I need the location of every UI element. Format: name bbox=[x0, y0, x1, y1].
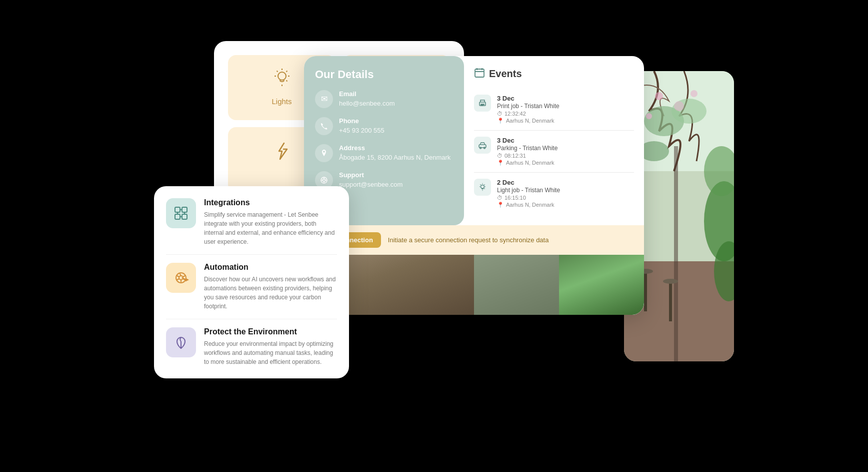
new-connection-bar[interactable]: New Connection Initiate a secure connect… bbox=[304, 225, 644, 255]
svg-point-60 bbox=[655, 92, 663, 100]
svg-point-62 bbox=[646, 113, 652, 119]
events-title: Events bbox=[489, 68, 522, 80]
light-job-icon bbox=[474, 179, 491, 196]
svg-point-29 bbox=[481, 185, 484, 188]
clock-icon-1: ⏱ bbox=[497, 111, 502, 117]
svg-line-36 bbox=[484, 184, 485, 185]
svg-rect-55 bbox=[674, 146, 678, 361]
svg-rect-19 bbox=[475, 69, 484, 77]
clock-icon-3: ⏱ bbox=[497, 195, 502, 201]
svg-line-6 bbox=[286, 80, 287, 81]
environment-content: Protect the Environment Reduce your envi… bbox=[204, 327, 337, 366]
new-connection-text: Initiate a secure connection request to … bbox=[381, 236, 549, 244]
email-value: hello@senbee.com bbox=[339, 100, 394, 107]
event-item-3: 2 Dec Light job - Tristan White ⏱ 16:15:… bbox=[474, 173, 634, 214]
email-item: ✉ Email hello@senbee.com bbox=[315, 90, 453, 108]
event-2-loc: Aarhus N, Denmark bbox=[506, 160, 554, 166]
svg-rect-39 bbox=[175, 214, 180, 219]
event-2-meta: ⏱ 08:12:31 bbox=[497, 153, 558, 159]
feature-automation: Automation Discover how our AI uncovers … bbox=[166, 255, 337, 319]
support-label: Support bbox=[339, 171, 402, 179]
event-3-loc: Aarhus N, Denmark bbox=[506, 202, 554, 208]
event-3-name: Light job - Tristan White bbox=[497, 187, 560, 194]
environment-desc: Reduce your environmental impact by opti… bbox=[204, 339, 337, 366]
location-icon-3: 📍 bbox=[497, 202, 504, 208]
photo-right bbox=[559, 255, 644, 315]
phone-text: Phone +45 93 200 555 bbox=[339, 117, 384, 135]
event-2-name: Parking - Tristan White bbox=[497, 145, 558, 152]
event-1-location: 📍 Aarhus N, Denmark bbox=[497, 118, 560, 124]
svg-point-63 bbox=[690, 90, 698, 97]
environment-icon-box bbox=[166, 327, 196, 357]
events-panel: Events 3 Dec Print job - Tris bbox=[464, 56, 644, 225]
svg-rect-58 bbox=[669, 281, 672, 321]
svg-rect-40 bbox=[182, 214, 187, 219]
email-text: Email hello@senbee.com bbox=[339, 90, 394, 108]
address-text: Address Åbogade 15, 8200 Aarhus N, Denma… bbox=[339, 144, 450, 162]
svg-point-14 bbox=[323, 179, 326, 181]
address-icon bbox=[315, 144, 333, 162]
event-2-location: 📍 Aarhus N, Denmark bbox=[497, 160, 558, 166]
email-icon: ✉ bbox=[315, 90, 333, 108]
event-1-name: Print job - Tristan White bbox=[497, 103, 560, 110]
svg-point-61 bbox=[674, 101, 684, 111]
lights-label: Lights bbox=[272, 97, 292, 106]
event-1-loc: Aarhus N, Denmark bbox=[506, 118, 554, 124]
event-1-time: 12:32:42 bbox=[504, 111, 526, 117]
event-3-time: 16:15:10 bbox=[504, 195, 526, 201]
event-1-info: 3 Dec Print job - Tristan White ⏱ 12:32:… bbox=[497, 95, 560, 124]
our-details-title: Our Details bbox=[315, 68, 453, 81]
support-value: support@senbee.com bbox=[339, 181, 402, 188]
svg-rect-24 bbox=[481, 104, 484, 105]
svg-rect-38 bbox=[182, 207, 187, 212]
details-events-card: Our Details ✉ Email hello@senbee.com bbox=[304, 56, 644, 315]
event-3-meta: ⏱ 16:15:10 bbox=[497, 195, 560, 201]
support-text: Support support@senbee.com bbox=[339, 171, 402, 189]
phone-icon bbox=[315, 117, 333, 135]
integrations-title: Integrations bbox=[204, 198, 337, 207]
location-icon-1: 📍 bbox=[497, 118, 504, 124]
svg-line-35 bbox=[484, 188, 485, 189]
events-header: Events bbox=[474, 67, 634, 81]
features-card: Integrations Simplify service management… bbox=[154, 186, 349, 378]
svg-point-59 bbox=[663, 279, 678, 284]
svg-line-7 bbox=[286, 71, 287, 72]
event-item-1: 3 Dec Print job - Tristan White ⏱ 12:32:… bbox=[474, 89, 634, 131]
print-icon bbox=[474, 95, 491, 112]
lights-icon bbox=[271, 67, 293, 92]
integrations-desc: Simplify service management - Let Senbee… bbox=[204, 210, 337, 246]
automation-content: Automation Discover how our AI uncovers … bbox=[204, 263, 337, 311]
event-item-2: 3 Dec Parking - Tristan White ⏱ 08:12:31… bbox=[474, 131, 634, 173]
feature-environment: Protect the Environment Reduce your envi… bbox=[166, 319, 337, 366]
integrations-icon-box bbox=[166, 198, 196, 228]
svg-line-5 bbox=[276, 71, 278, 72]
details-events-inner: Our Details ✉ Email hello@senbee.com bbox=[304, 56, 644, 225]
environment-title: Protect the Environment bbox=[204, 327, 337, 336]
automation-title: Automation bbox=[204, 263, 337, 272]
automation-desc: Discover how our AI uncovers new workflo… bbox=[204, 275, 337, 311]
event-1-date: 3 Dec bbox=[497, 95, 560, 102]
phone-value: +45 93 200 555 bbox=[339, 127, 384, 134]
photo-strip bbox=[304, 255, 644, 315]
address-item: Address Åbogade 15, 8200 Aarhus N, Denma… bbox=[315, 144, 453, 162]
automation-icon-box bbox=[166, 263, 196, 293]
event-3-info: 2 Dec Light job - Tristan White ⏱ 16:15:… bbox=[497, 179, 560, 208]
feature-integrations: Integrations Simplify service management… bbox=[166, 198, 337, 255]
clock-icon-2: ⏱ bbox=[497, 153, 502, 159]
email-label: Email bbox=[339, 90, 394, 98]
power-icon bbox=[271, 139, 293, 164]
svg-rect-37 bbox=[175, 207, 180, 212]
event-3-date: 2 Dec bbox=[497, 179, 560, 186]
event-1-meta: ⏱ 12:32:42 bbox=[497, 111, 560, 117]
address-value: Åbogade 15, 8200 Aarhus N, Denmark bbox=[339, 154, 450, 161]
phone-item: Phone +45 93 200 555 bbox=[315, 117, 453, 135]
integrations-content: Integrations Simplify service management… bbox=[204, 198, 337, 246]
svg-point-0 bbox=[278, 72, 286, 80]
svg-line-34 bbox=[480, 184, 481, 185]
phone-label: Phone bbox=[339, 117, 384, 125]
event-2-date: 3 Dec bbox=[497, 137, 558, 144]
calendar-icon bbox=[474, 67, 485, 81]
event-2-time: 08:12:31 bbox=[504, 153, 526, 159]
event-3-location: 📍 Aarhus N, Denmark bbox=[497, 202, 560, 208]
svg-marker-47 bbox=[186, 279, 188, 281]
